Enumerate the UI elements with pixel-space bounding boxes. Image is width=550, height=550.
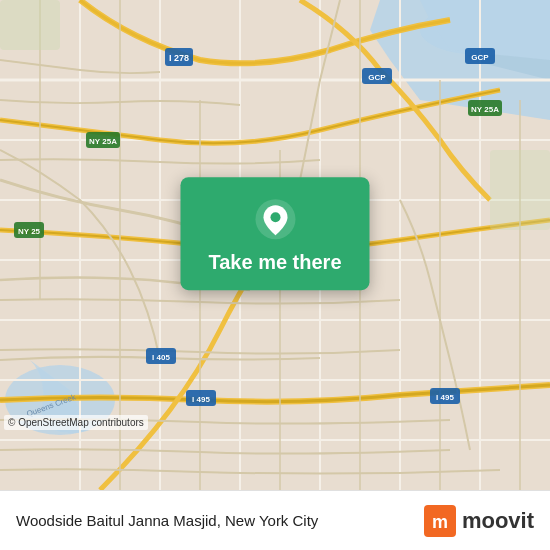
location-pin-icon [253,197,297,241]
svg-rect-47 [0,0,60,50]
svg-text:I 278: I 278 [169,53,189,63]
bottom-bar: Woodside Baitul Janna Masjid, New York C… [0,490,550,550]
svg-text:GCP: GCP [368,73,386,82]
svg-rect-48 [490,150,550,230]
svg-text:I 495: I 495 [192,395,210,404]
location-title: Woodside Baitul Janna Masjid, New York C… [16,512,414,529]
svg-text:I 405: I 405 [152,353,170,362]
svg-text:NY 25A: NY 25A [89,137,117,146]
svg-text:NY 25: NY 25 [18,227,41,236]
moovit-icon: m [424,505,456,537]
take-me-there-button[interactable]: Take me there [180,177,369,290]
svg-point-50 [270,212,280,222]
map-attribution: © OpenStreetMap contributors [4,415,148,430]
svg-text:NY 25A: NY 25A [471,105,499,114]
svg-text:I 495: I 495 [436,393,454,402]
moovit-logo: m moovit [424,505,534,537]
svg-text:GCP: GCP [471,53,489,62]
map-container: I 278 GCP GCP NY 25 NY 25A NY 25 NY 25A … [0,0,550,490]
moovit-text: moovit [462,508,534,534]
take-me-there-label: Take me there [208,251,341,274]
svg-text:m: m [432,512,448,532]
